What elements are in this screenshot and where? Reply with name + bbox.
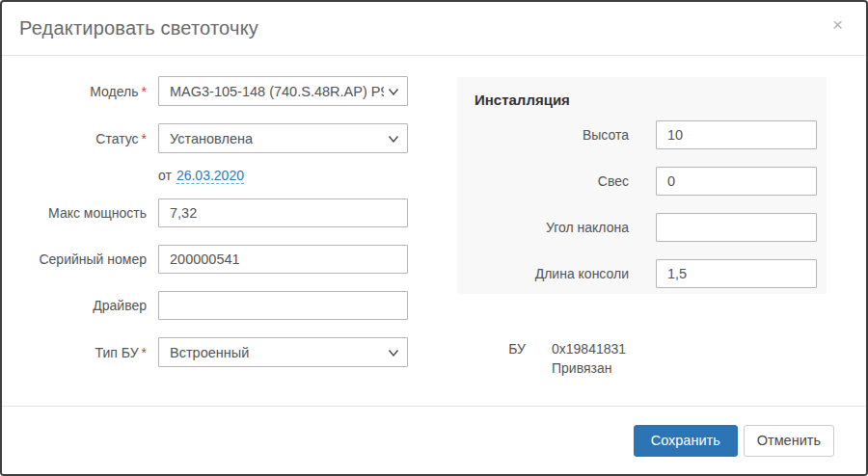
tilt-angle-row: Угол наклона [457,213,827,242]
console-length-row: Длина консоли [457,259,827,288]
cu-type-select[interactable]: Встроенный [158,337,408,367]
cu-type-label: Тип БУ* [2,345,147,360]
cu-type-row: Тип БУ* Встроенный [2,337,446,367]
installation-title: Инсталляция [457,77,827,108]
modal-footer: Сохранить Отменить [2,406,866,474]
model-label: Модель* [2,84,147,99]
tilt-angle-label: Угол наклона [457,220,629,235]
control-unit-info: БУ 0x19841831 Привязан [457,339,626,378]
main-form: Модель* MAG3-105-148 (740.S.48R.AP) P9 (… [2,76,446,384]
status-select[interactable]: Установлена [158,123,408,153]
overhang-input[interactable] [656,167,817,196]
serial-row: Серийный номер [2,245,446,274]
save-button[interactable]: Сохранить [634,425,738,457]
driver-row: Драйвер [2,291,446,320]
edit-lightpoint-modal: Редактировать светоточку × Модель* MAG3-… [0,0,868,476]
chevron-down-icon [388,88,399,96]
overhang-row: Свес [457,167,827,196]
driver-input[interactable] [158,291,408,320]
height-row: Высота [457,120,827,149]
status-date: от26.03.2020 [158,168,408,183]
status-date-prefix: от [158,168,172,183]
close-icon[interactable]: × [832,15,843,34]
chevron-down-icon [388,135,399,144]
installation-panel: Инсталляция Высота Свес Угол наклона Дли… [457,77,827,294]
height-input[interactable] [656,120,817,149]
serial-label: Серийный номер [2,251,147,267]
bu-id: 0x19841831 [552,339,626,358]
status-label-text: Статус [95,131,138,146]
model-select-value: MAG3-105-148 (740.S.48R.AP) P9 (93Вт) [170,84,384,99]
bu-label: БУ [457,339,526,378]
console-length-input[interactable] [656,259,817,288]
status-date-row: от26.03.2020 [2,168,446,183]
cu-type-label-text: Тип БУ [95,345,139,360]
bu-status: Привязан [552,358,626,378]
cu-type-select-value: Встроенный [170,345,384,360]
modal-body: Модель* MAG3-105-148 (740.S.48R.AP) P9 (… [2,57,866,406]
model-row: Модель* MAG3-105-148 (740.S.48R.AP) P9 (… [2,76,446,106]
driver-label: Драйвер [2,298,147,313]
bu-values: 0x19841831 Привязан [552,339,626,378]
modal-header: Редактировать светоточку × [2,2,866,56]
status-select-value: Установлена [170,131,384,146]
status-date-link[interactable]: 26.03.2020 [176,168,244,184]
model-label-text: Модель [90,84,138,99]
page-title: Редактировать светоточку [19,17,258,40]
console-length-label: Длина консоли [457,266,629,281]
required-asterisk: * [142,84,147,99]
serial-input[interactable] [158,245,408,274]
max-power-row: Макс мощность [2,198,446,227]
cancel-button[interactable]: Отменить [744,425,834,457]
max-power-input[interactable] [158,198,408,227]
status-row: Статус* Установлена [2,123,446,153]
model-select[interactable]: MAG3-105-148 (740.S.48R.AP) P9 (93Вт) [158,76,408,106]
tilt-angle-input[interactable] [656,213,817,242]
chevron-down-icon [388,349,399,357]
status-label: Статус* [2,131,147,146]
max-power-label: Макс мощность [2,205,147,221]
overhang-label: Свес [457,173,629,189]
required-asterisk: * [142,131,147,146]
required-asterisk: * [142,345,147,360]
height-label: Высота [457,127,629,143]
